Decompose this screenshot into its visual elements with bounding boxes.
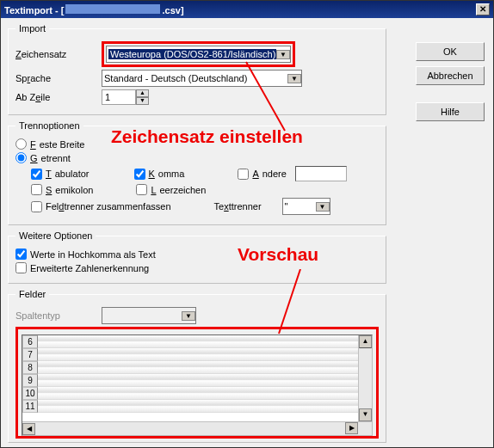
chevron-down-icon[interactable]: ▼ xyxy=(287,74,301,83)
table-row[interactable]: 11 xyxy=(22,400,358,413)
zeichensatz-combo[interactable]: Westeuropa (DOS/OS2-861/Isländisch) ▼ xyxy=(106,46,291,63)
row-number: 8 xyxy=(22,361,38,374)
texttrenner-combo[interactable]: " ▼ xyxy=(282,198,330,215)
import-legend: Import xyxy=(15,23,49,34)
spaltentyp-combo[interactable]: ▼ xyxy=(102,307,196,324)
close-button[interactable]: ✕ xyxy=(476,3,490,15)
filename-redacted xyxy=(65,4,160,14)
titlebar: Textimport - [.csv] ✕ xyxy=(1,1,493,18)
table-row[interactable]: 10 xyxy=(22,387,358,400)
weitere-group: Weitere Optionen Werte in Hochkomma als … xyxy=(8,230,386,284)
sprache-combo[interactable]: Standard - Deutsch (Deutschland) ▼ xyxy=(102,70,302,87)
scroll-left-icon[interactable]: ◀ xyxy=(22,423,35,435)
spinner-down-icon[interactable]: ▼ xyxy=(136,97,149,105)
sprache-label: Sprache xyxy=(15,73,102,83)
table-row[interactable]: 8 xyxy=(22,361,358,374)
abzeile-input[interactable] xyxy=(102,89,136,105)
chevron-down-icon[interactable]: ▼ xyxy=(316,202,330,212)
zeichensatz-label: Zeichensatz xyxy=(15,49,102,59)
row-data xyxy=(38,387,358,400)
row-data xyxy=(38,400,358,413)
scroll-down-icon[interactable]: ▼ xyxy=(359,408,372,421)
table-row[interactable]: 9 xyxy=(22,374,358,387)
hochkomma-checkbox[interactable]: Werte in Hochkomma als Text xyxy=(15,249,379,260)
komma-checkbox[interactable]: Komma xyxy=(134,169,185,180)
row-data xyxy=(38,374,358,387)
row-number: 11 xyxy=(22,400,38,413)
scroll-up-icon[interactable]: ▲ xyxy=(359,335,372,348)
trenn-legend: Trennoptionen xyxy=(15,120,83,131)
abzeile-spinner[interactable]: ▲ ▼ xyxy=(102,89,149,105)
row-data xyxy=(38,361,358,374)
vertical-scrollbar[interactable]: ▲ ▼ xyxy=(358,335,372,421)
window-title: Textimport - [.csv] xyxy=(4,4,476,15)
felder-group: Felder Spaltentyp ▼ 67891011 ▲ ▼ ◀ xyxy=(8,289,386,443)
row-data xyxy=(38,335,358,348)
getrennt-radio[interactable]: Getrennt xyxy=(15,152,379,163)
spaltentyp-label: Spaltentyp xyxy=(15,310,102,321)
andere-checkbox[interactable]: Andere xyxy=(238,166,346,181)
texttrenner-label: Texttrenner xyxy=(214,201,262,212)
scroll-right-icon[interactable]: ▶ xyxy=(345,422,358,434)
weitere-legend: Weitere Optionen xyxy=(15,230,96,241)
preview-area: 67891011 ▲ ▼ ◀ ▶ xyxy=(15,327,379,439)
semikolon-checkbox[interactable]: Semikolon xyxy=(31,184,93,195)
zahlenerk-checkbox[interactable]: Erweiterte Zahlenerkennung xyxy=(15,262,379,273)
horizontal-scrollbar[interactable]: ◀ ▶ xyxy=(22,421,372,435)
help-button[interactable]: Hilfe xyxy=(416,102,485,121)
andere-input[interactable] xyxy=(295,166,347,181)
row-number: 6 xyxy=(22,335,38,348)
felder-legend: Felder xyxy=(15,289,49,299)
feldtrenner-checkbox[interactable]: Feldtrenner zusammenfassen xyxy=(31,201,171,212)
row-data xyxy=(38,348,358,361)
table-row[interactable]: 7 xyxy=(22,348,358,361)
row-number: 10 xyxy=(22,387,38,400)
annotation-zeichensatz: Zeichensatz einstellen xyxy=(111,126,303,147)
chevron-down-icon[interactable]: ▼ xyxy=(182,311,195,321)
annotation-vorschau: Vorschau xyxy=(238,244,318,265)
leerzeichen-checkbox[interactable]: Leerzeichen xyxy=(136,184,206,195)
scroll-corner xyxy=(358,435,372,436)
row-number: 7 xyxy=(22,348,38,361)
table-row[interactable]: 6 xyxy=(22,335,358,348)
tabulator-checkbox[interactable]: Tabulator xyxy=(31,169,90,180)
chevron-down-icon[interactable]: ▼ xyxy=(276,50,290,59)
abzeile-label: Ab Zeile xyxy=(15,92,102,102)
row-number: 9 xyxy=(22,374,38,387)
ok-button[interactable]: OK xyxy=(416,42,485,61)
cancel-button[interactable]: Abbrechen xyxy=(416,66,485,85)
scroll-thumb[interactable] xyxy=(36,435,88,436)
import-group: Import Zeichensatz Westeuropa (DOS/OS2-8… xyxy=(8,23,386,115)
spinner-up-icon[interactable]: ▲ xyxy=(136,89,149,97)
